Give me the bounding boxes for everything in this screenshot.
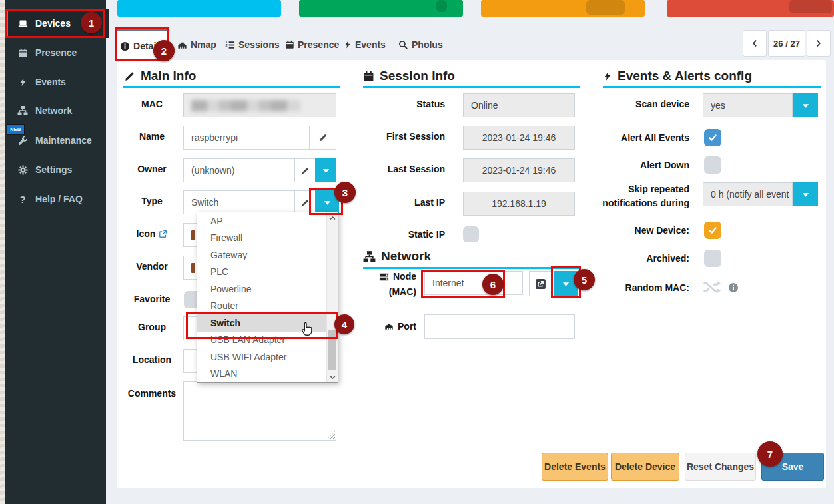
first-session-field: 2023-01-24 19:46 <box>463 126 575 150</box>
tab-presence[interactable]: Presence <box>285 35 339 54</box>
skip-repeated-label: Skip repeated notifications during <box>566 182 689 210</box>
caret-down-icon <box>323 198 332 207</box>
sidebar-item-label: Events <box>35 77 66 87</box>
comments-label: Comments <box>119 388 185 399</box>
pencil-icon <box>124 71 135 82</box>
scroll-up-icon[interactable] <box>327 212 338 224</box>
sidebar-item-settings[interactable]: Settings <box>5 155 106 184</box>
tab-label: Nmap <box>191 39 216 50</box>
new-device-label: New Device: <box>566 225 689 236</box>
type-option[interactable]: USB LAN Adapter <box>197 332 338 349</box>
sidebar-item-label: Maintenance <box>35 135 92 146</box>
alert-all-events-label: Alert All Events <box>566 132 689 143</box>
status-field: Online <box>463 93 575 117</box>
owner-input[interactable]: (unknown) <box>183 158 295 182</box>
type-option[interactable]: AP <box>197 212 338 230</box>
clipped-icon-value <box>191 230 195 240</box>
delete-events-button[interactable]: Delete Events <box>542 453 608 481</box>
comments-textarea[interactable] <box>183 381 336 441</box>
scroll-down-icon[interactable] <box>327 371 338 382</box>
static-ip-checkbox[interactable] <box>463 226 479 242</box>
info-circle-icon <box>120 41 130 51</box>
reset-changes-button[interactable]: Reset Changes <box>685 453 756 481</box>
type-option[interactable]: Powerline <box>197 280 338 298</box>
scan-device-select[interactable]: yes <box>703 93 793 117</box>
sidebar-item-label: Devices <box>35 18 71 29</box>
skip-repeated-dropdown-button[interactable] <box>793 182 818 206</box>
type-option[interactable]: Gateway <box>197 246 338 264</box>
wrench-icon <box>17 135 29 146</box>
mac-field <box>183 93 336 117</box>
tab-events[interactable]: Events <box>344 35 386 54</box>
chevron-left-icon <box>751 39 759 48</box>
sidebar-item-presence[interactable]: Presence <box>5 38 106 67</box>
calendar-icon <box>285 40 294 49</box>
calendar-icon <box>363 71 374 82</box>
name-label: Name <box>119 131 185 142</box>
node-open-button[interactable] <box>529 271 552 296</box>
events-alerts-underline <box>603 86 821 88</box>
type-dropdown-list: AP Firewall Gateway PLC Powerline Router… <box>197 212 338 383</box>
tab-sessions[interactable]: 12 Sessions <box>225 35 279 54</box>
type-option-highlighted[interactable]: Switch <box>197 314 338 332</box>
new-device-checkbox[interactable] <box>704 222 721 239</box>
type-option[interactable]: Router <box>197 298 338 315</box>
port-input[interactable] <box>424 314 575 339</box>
dropdown-scrollbar[interactable] <box>326 212 338 382</box>
summary-tile-green[interactable] <box>299 0 463 17</box>
pager-prev-button[interactable] <box>743 30 767 57</box>
icon-label: Icon <box>119 228 185 239</box>
scan-device-dropdown-button[interactable] <box>793 93 818 117</box>
alert-down-checkbox[interactable] <box>704 156 721 174</box>
owner-edit-button[interactable] <box>294 158 316 182</box>
tab-nmap[interactable]: Nmap <box>177 35 216 54</box>
type-edit-button[interactable] <box>294 190 316 214</box>
sidebar-item-devices[interactable]: Devices <box>5 9 109 38</box>
skip-repeated-select[interactable]: 0 h (notify all event <box>703 182 793 206</box>
chevron-right-icon <box>815 39 823 48</box>
delete-device-button[interactable]: Delete Device <box>611 453 679 481</box>
bolt-icon <box>603 71 612 82</box>
type-option[interactable]: USB WIFI Adapter <box>197 348 338 366</box>
sidebar-item-events[interactable]: Events <box>5 67 106 97</box>
summary-tile-orange[interactable] <box>481 0 645 17</box>
last-ip-label: Last IP <box>333 197 445 208</box>
type-label: Type <box>119 196 185 206</box>
scrollbar-thumb[interactable] <box>328 330 336 370</box>
tab-pholus[interactable]: Pholus <box>398 35 443 54</box>
external-link-icon[interactable] <box>159 230 167 238</box>
first-session-label: First Session <box>333 131 445 142</box>
svg-text:2: 2 <box>225 43 227 47</box>
resize-grip-icon[interactable] <box>327 431 335 439</box>
summary-tile-red[interactable] <box>667 0 834 17</box>
sidebar-item-help[interactable]: ? Help / FAQ <box>5 184 106 214</box>
ethernet-icon <box>384 322 394 331</box>
pencil-icon <box>318 133 328 142</box>
static-ip-label: Static IP <box>333 229 445 240</box>
tab-label: Events <box>355 39 386 50</box>
caret-down-icon <box>322 166 330 175</box>
node-mac-input[interactable]: Internet <box>424 271 523 295</box>
info-icon[interactable] <box>728 282 739 293</box>
network-underline <box>363 267 580 269</box>
caret-down-icon <box>801 101 810 110</box>
summary-tile-cyan[interactable] <box>117 0 281 17</box>
caret-down-icon <box>801 190 810 199</box>
name-input[interactable]: raspberrypi <box>183 126 310 150</box>
alert-all-events-checkbox[interactable] <box>704 129 721 146</box>
save-button[interactable]: Save <box>761 453 824 481</box>
sidebar: Devices Presence Events Network Maintena… <box>5 0 106 504</box>
sidebar-item-network[interactable]: Network <box>5 96 106 125</box>
archived-checkbox[interactable] <box>704 250 721 267</box>
type-input[interactable]: Switch <box>183 190 295 214</box>
group-label: Group <box>119 322 185 332</box>
laptop-icon <box>17 18 29 29</box>
type-option[interactable]: PLC <box>197 264 338 281</box>
gear-icon <box>17 164 29 175</box>
pager-next-button[interactable] <box>807 30 831 57</box>
type-option[interactable]: Firewall <box>197 230 338 247</box>
name-edit-button[interactable] <box>309 126 336 150</box>
clipped-vendor-value <box>191 263 195 273</box>
type-option[interactable]: WLAN <box>197 366 338 383</box>
tab-details[interactable]: Details <box>115 29 169 61</box>
